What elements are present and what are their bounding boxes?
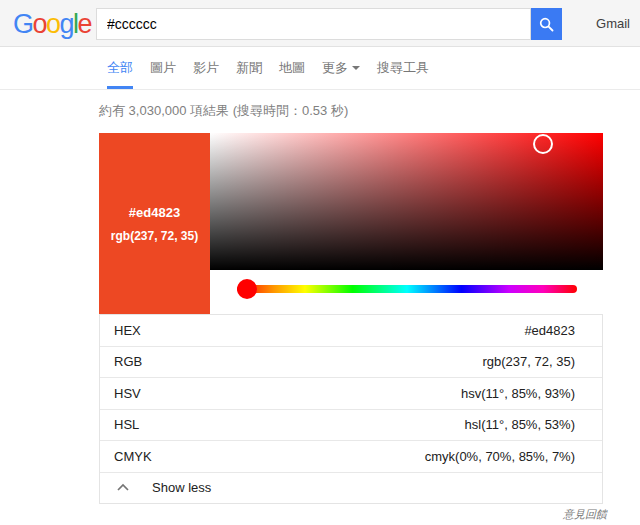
- color-selector-circle[interactable]: [533, 134, 553, 154]
- search-input[interactable]: [97, 9, 530, 39]
- tab-all[interactable]: 全部: [107, 47, 133, 89]
- row-label: HSV: [114, 386, 141, 401]
- row-label: CMYK: [114, 449, 152, 464]
- table-row-hex: HEX #ed4823: [100, 315, 602, 346]
- show-less-label: Show less: [152, 480, 211, 495]
- row-value: hsl(11°, 85%, 53%): [465, 417, 575, 432]
- row-value: cmyk(0%, 70%, 85%, 7%): [425, 449, 575, 464]
- logo-letter: o: [33, 9, 47, 39]
- logo-letter: g: [60, 9, 74, 39]
- chevron-up-icon: [116, 483, 130, 492]
- logo-letter: G: [13, 9, 33, 39]
- color-values-table: HEX #ed4823 RGB rgb(237, 72, 35) HSV hsv…: [99, 314, 603, 504]
- feedback-link[interactable]: 意見回饋: [563, 507, 607, 522]
- tab-maps[interactable]: 地圖: [279, 47, 305, 89]
- show-less-button[interactable]: Show less: [100, 472, 602, 504]
- tab-label: 地圖: [279, 59, 305, 77]
- tab-label: 影片: [193, 59, 219, 77]
- table-row-cmyk: CMYK cmyk(0%, 70%, 85%, 7%): [100, 440, 602, 472]
- table-row-hsv: HSV hsv(11°, 85%, 93%): [100, 377, 602, 409]
- logo-letter: e: [78, 9, 92, 39]
- search-box: [96, 8, 531, 40]
- saturation-value-area[interactable]: [210, 133, 603, 270]
- tab-label: 新聞: [236, 59, 262, 77]
- tab-search-tools[interactable]: 搜尋工具: [377, 47, 429, 89]
- row-label: HSL: [114, 417, 139, 432]
- row-label: HEX: [114, 323, 141, 338]
- table-row-hsl: HSL hsl(11°, 85%, 53%): [100, 409, 602, 441]
- color-swatch: #ed4823 rgb(237, 72, 35): [99, 133, 210, 314]
- tab-more[interactable]: 更多: [322, 47, 360, 89]
- results-stats: 約有 3,030,000 項結果 (搜尋時間：0.53 秒): [99, 102, 348, 120]
- tab-videos[interactable]: 影片: [193, 47, 219, 89]
- gmail-link[interactable]: Gmail: [596, 16, 630, 31]
- results-tabs: 全部 圖片 影片 新聞 地圖 更多 搜尋工具: [0, 47, 640, 90]
- tab-label: 圖片: [150, 59, 176, 77]
- color-picker-card: #ed4823 rgb(237, 72, 35) HEX #ed4823 RGB…: [99, 133, 603, 504]
- search-icon: [538, 16, 555, 33]
- table-row-rgb: RGB rgb(237, 72, 35): [100, 346, 602, 378]
- logo-letter: o: [46, 9, 60, 39]
- search-header: Google Gmail: [0, 0, 640, 47]
- tab-images[interactable]: 圖片: [150, 47, 176, 89]
- tab-label: 全部: [107, 59, 133, 77]
- google-search-results-page: Google Gmail 全部 圖片 影片 新聞: [0, 0, 640, 525]
- caret-down-icon: [352, 66, 360, 70]
- swatch-rgb-label: rgb(237, 72, 35): [111, 229, 198, 243]
- row-value: hsv(11°, 85%, 93%): [461, 386, 575, 401]
- google-logo[interactable]: Google: [13, 9, 91, 40]
- hue-slider-thumb[interactable]: [237, 279, 257, 299]
- tab-label: 更多: [322, 59, 348, 77]
- tab-label: 搜尋工具: [377, 59, 429, 77]
- row-label: RGB: [114, 354, 142, 369]
- swatch-hex-label: #ed4823: [129, 205, 180, 220]
- row-value: rgb(237, 72, 35): [482, 354, 575, 369]
- tab-news[interactable]: 新聞: [236, 47, 262, 89]
- row-value: #ed4823: [524, 323, 575, 338]
- hue-slider[interactable]: [237, 285, 577, 293]
- search-button[interactable]: [531, 8, 562, 40]
